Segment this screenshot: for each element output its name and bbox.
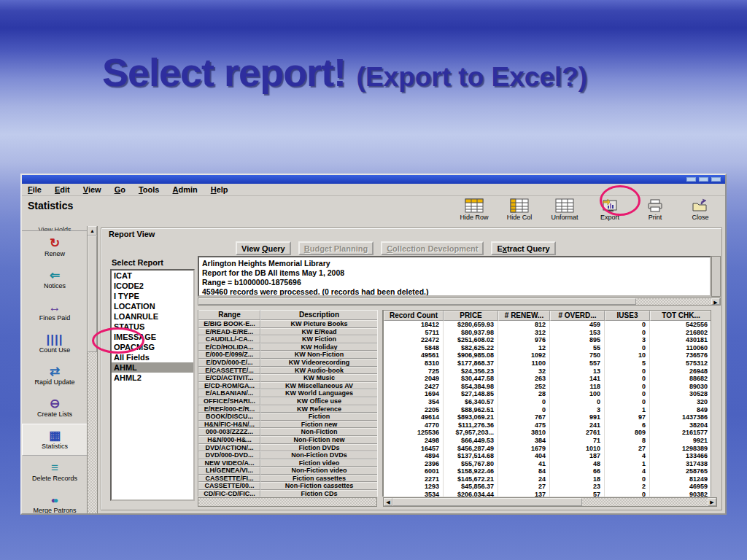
table-row[interactable]: 5711$80,937.983121530216802 [384, 329, 711, 337]
sidebar-item-statistics[interactable]: ▦ Statistics [22, 424, 88, 456]
table-horizontal-scrollbar[interactable]: ◀ ▶ [383, 497, 717, 507]
report-option-opacmsg[interactable]: OPACMSG [112, 342, 193, 352]
sidebar-scrollbar[interactable]: ▲ [87, 226, 97, 513]
column-header-tot-chk[interactable]: TOT CHK... [650, 311, 711, 321]
table-row[interactable]: CAUDILL/-CA...KW Fiction [198, 335, 377, 343]
table-row[interactable]: 354$6,340.57000320 [384, 398, 711, 406]
menu-tools[interactable]: Tools [139, 185, 160, 194]
print-button[interactable]: Print [636, 198, 674, 221]
export-button[interactable]: Export [591, 198, 629, 221]
close-window-button[interactable] [711, 177, 721, 182]
report-option-icat[interactable]: ICAT [112, 271, 193, 281]
table-hscroll-thumb[interactable] [392, 498, 582, 506]
table-row[interactable]: E/REF/000-E/R...KW Reference [198, 405, 377, 413]
table-row[interactable]: 000-003/ZZZZ...Non-Fiction [198, 428, 377, 436]
close-button[interactable]: Close [681, 198, 719, 221]
column-header-overd[interactable]: # OVERD... [550, 311, 605, 321]
summary-horizontal-scrollbar[interactable]: ▶ [198, 298, 721, 306]
sidebar-item-view-holds[interactable]: View Holds [22, 226, 88, 231]
report-option-itype[interactable]: I TYPE [112, 291, 193, 301]
menu-view[interactable]: View [83, 185, 101, 194]
column-header-description[interactable]: Description [260, 310, 377, 320]
sidebar-item-create-lists[interactable]: ⊖ Create Lists [22, 392, 88, 424]
table-row[interactable]: E/READ-E/RE...KW E/Read [198, 328, 377, 336]
table-row[interactable]: CASSETTE/00...Non-Fiction cassettes [198, 482, 377, 490]
maximize-button[interactable] [699, 177, 708, 182]
report-option-ahml2[interactable]: AHML2 [112, 373, 193, 383]
table-row[interactable]: DVD/ACTION/...Fiction DVDs [198, 444, 377, 452]
table-row[interactable]: 8310$177,868.3711005575575312 [384, 359, 711, 368]
table-row[interactable]: 5848$82,625.2212550110060 [384, 344, 711, 352]
table-row[interactable]: 1293$45,856.372723246959 [384, 483, 711, 491]
menu-admin[interactable]: Admin [172, 185, 197, 194]
report-option-ahml[interactable]: AHML [112, 362, 193, 373]
hide-col-button[interactable]: Hide Col [500, 198, 538, 221]
column-header-range[interactable]: Range [198, 310, 260, 320]
summary-scroll-thumb[interactable] [198, 298, 636, 305]
scroll-right-icon[interactable]: ▶ [711, 298, 720, 305]
table-row[interactable]: E/BIG BOOK-E...KW Picture Books [198, 320, 377, 328]
table-row[interactable]: LH/GENEA/VI...Non-Fiction video [198, 467, 377, 475]
table-row[interactable]: 3534$206,034.4413757090382 [384, 491, 711, 497]
table-row[interactable]: OFFICE/SHARI...KW Office use [198, 397, 377, 405]
table-row[interactable]: DVD/000-DVD...Non-Fiction DVDs [198, 451, 377, 459]
sidebar-item-rapid-update[interactable]: ⇄ Rapid Update [22, 359, 88, 392]
menu-file[interactable]: File [28, 185, 42, 194]
table-vertical-scrollbar[interactable]: ▲ ▼ [711, 311, 711, 486]
report-option-imessage[interactable]: IMESSAGE [112, 332, 193, 342]
menu-go[interactable]: Go [115, 185, 125, 194]
table-row[interactable]: 22472$251,608.029768953430181 [384, 336, 711, 344]
table-row[interactable]: CD/FIC-CD/FIC...Fiction CDs [198, 490, 377, 497]
table-row[interactable]: 18412$280,659.938124590542556 [384, 321, 711, 329]
hide-row-button[interactable]: Hide Row [455, 198, 493, 221]
unformat-button[interactable]: Unformat [546, 198, 584, 221]
menu-help[interactable]: Help [211, 185, 228, 194]
scroll-left-icon[interactable]: ◀ [384, 498, 392, 506]
sidebar-item-notices[interactable]: ⇐ Notices [22, 263, 88, 295]
minimize-button[interactable] [686, 177, 696, 182]
table-row[interactable]: 2498$66,449.533847189921 [384, 437, 711, 445]
table-row[interactable]: 725$24,356.233213026948 [384, 368, 711, 376]
sidebar-item-delete-records[interactable]: ≡ Delete Records [22, 456, 88, 488]
menu-edit[interactable]: Edit [55, 185, 70, 194]
report-option-location[interactable]: LOCATION [112, 301, 193, 311]
table-row[interactable]: 4770$111,276.36475241638204 [384, 421, 711, 429]
table-row[interactable]: 16457$456,287.4916791010271298389 [384, 445, 711, 453]
extract-query-button[interactable]: Extract Query [491, 241, 555, 255]
left-pane-horizontal-scrollbar[interactable] [198, 497, 377, 507]
table-row[interactable]: E/CD/ACTIVIT...KW Music [198, 374, 377, 382]
table-pane-splitter[interactable] [377, 310, 383, 497]
sidebar-item-merge-patrons[interactable]: ●● Merge Patrons [22, 488, 88, 513]
table-row[interactable]: 2205$88,962.51031849 [384, 406, 711, 414]
table-row[interactable]: E/000-E/099/Z...KW Non-Fiction [198, 351, 377, 359]
scroll-right-icon[interactable]: ▶ [708, 498, 716, 506]
view-query-button[interactable]: View Query [236, 241, 291, 255]
table-row[interactable]: E/DVD/000-E/...KW Videorecording [198, 359, 377, 367]
table-row[interactable]: NEW VIDEO/A...Fiction video [198, 459, 377, 467]
column-header-price[interactable]: PRICE [444, 311, 498, 321]
table-row[interactable]: CASSETTE/FI...Fiction cassettes [198, 475, 377, 483]
report-option-status[interactable]: STATUS [112, 322, 193, 332]
table-row[interactable]: H&N/000-H&...Non-Fiction new [198, 436, 377, 444]
table-row[interactable]: E/CD-ROM/GA...KW Miscellaneous AV [198, 382, 377, 390]
table-row[interactable]: 1694$27,148.8528100030528 [384, 390, 711, 398]
table-row[interactable]: 2427$54,384.98252118089030 [384, 383, 711, 391]
sidebar-scroll-thumb[interactable] [88, 236, 97, 352]
table-row[interactable]: E/CD/HOLIDA...KW Holiday [198, 343, 377, 351]
table-row[interactable]: BOOK/DISCU...Fiction [198, 413, 377, 421]
table-row[interactable]: E/ALBANIAN/...KW World Languages [198, 389, 377, 397]
table-row[interactable]: 49561$906,985.08109275010736576 [384, 351, 711, 359]
column-header-renew[interactable]: # RENEW... [498, 311, 550, 321]
table-row[interactable]: 6001$158,922.4684664258765 [384, 467, 711, 475]
report-option-icode2[interactable]: ICODE2 [112, 281, 193, 291]
report-option-loanrule[interactable]: LOANRULE [112, 311, 193, 322]
table-row[interactable]: H&N/FIC-H&N/...Fiction new [198, 421, 377, 429]
summary-vertical-scrollbar[interactable] [711, 256, 721, 297]
table-row[interactable]: E/CASSETTE/...KW Audio-book [198, 367, 377, 375]
scroll-up-icon[interactable]: ▲ [88, 226, 97, 236]
sidebar-item-renew[interactable]: ↻ Renew [22, 231, 88, 263]
table-row[interactable]: 125536$7,957,203...381027618092161577 [384, 429, 711, 437]
table-row[interactable]: 2049$30,447.58263141088682 [384, 375, 711, 383]
sidebar-item-count-use[interactable]: |||| Count Use [22, 327, 88, 359]
window-titlebar[interactable] [22, 175, 725, 184]
